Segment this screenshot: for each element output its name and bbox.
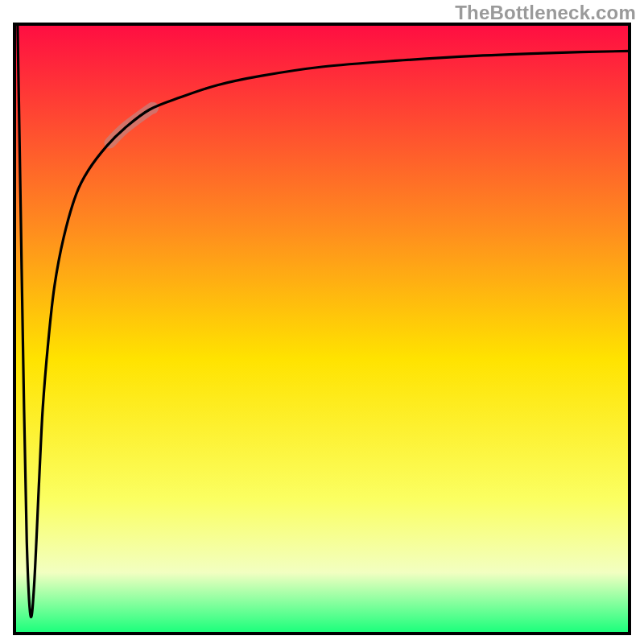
plot-background — [14, 24, 630, 634]
bottleneck-chart — [0, 0, 644, 644]
chart-stage: TheBottleneck.com — [0, 0, 644, 644]
